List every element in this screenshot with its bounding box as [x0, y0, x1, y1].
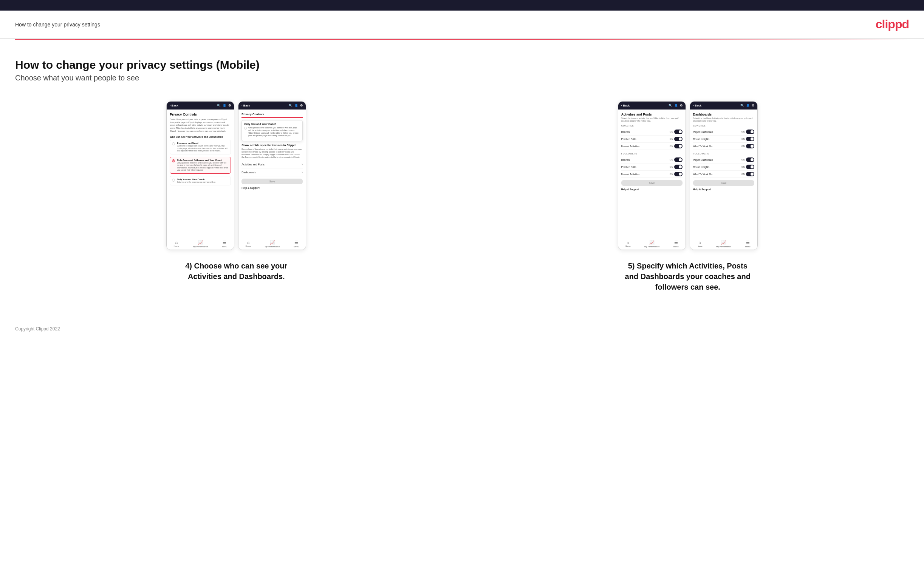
home-icon-4: ⌂ — [698, 240, 701, 245]
show-hide-title: Show or hide specific features in Clippd — [241, 143, 303, 147]
people-icon-3[interactable]: 👤 — [674, 104, 678, 107]
toggle-switch-fm[interactable] — [674, 172, 683, 176]
radio-followers[interactable] — [172, 160, 175, 162]
toggle-followers-drills-switch[interactable]: ON — [670, 164, 683, 169]
menu-icon-1: ☰ — [223, 240, 226, 245]
search-icon-1[interactable]: 🔍 — [217, 104, 221, 107]
phone-4-body: Dashboards Select the dashboards that yo… — [690, 110, 758, 238]
show-hide-desc: Regardless of the privacy controls that … — [241, 148, 303, 159]
footer-performance-3[interactable]: 📈 My Performance — [645, 240, 659, 248]
menu-activities-posts[interactable]: Activities and Posts › — [241, 161, 303, 168]
toggle-coaches-manual-switch[interactable]: ON — [670, 144, 683, 148]
footer-menu-2[interactable]: ☰ Menu — [294, 240, 299, 248]
toggle-coaches-round-insights-switch[interactable]: ON — [741, 137, 754, 141]
radio-option-followers[interactable]: Only Approved Followers and Your Coach O… — [170, 157, 231, 174]
radio-option-everyone[interactable]: Everyone on Clippd Everyone on Clippd ca… — [170, 140, 231, 155]
footer-performance-2[interactable]: 📈 My Performance — [265, 240, 280, 248]
toggle-switch-fpd[interactable] — [746, 158, 754, 162]
settings-icon-3[interactable]: ⚙ — [680, 104, 683, 107]
footer-menu-1[interactable]: ☰ Menu — [222, 240, 227, 248]
toggle-followers-round-insights-switch[interactable]: ON — [741, 164, 754, 169]
footer-menu-3[interactable]: ☰ Menu — [674, 240, 679, 248]
dashboards-desc: Select the dashboards that you'd like to… — [693, 117, 754, 122]
phone-4-header: ‹ Back 🔍 👤 ⚙ — [690, 102, 758, 110]
screenshot-group-2: ‹ Back 🔍 👤 ⚙ Activities and Posts Select… — [467, 101, 909, 292]
menu-icon-3: ☰ — [674, 240, 678, 245]
menu-dashboards[interactable]: Dashboards › — [241, 168, 303, 176]
phone-1-body: Privacy Controls Control how you and you… — [166, 110, 234, 238]
footer-home-4[interactable]: ⌂ Home — [697, 240, 703, 248]
footer-performance-1[interactable]: 📈 My Performance — [193, 240, 208, 248]
toggle-switch-cd[interactable] — [674, 137, 683, 141]
search-icon-4[interactable]: 🔍 — [740, 104, 744, 107]
toggle-switch-cww[interactable] — [746, 144, 754, 148]
caption-group-2: 5) Specify which Activities, Posts and D… — [624, 261, 752, 292]
radio-everyone-text: Everyone on Clippd Everyone on Clippd ca… — [177, 142, 229, 152]
toggle-switch-cri[interactable] — [746, 137, 754, 141]
save-button-4[interactable]: Save — [693, 180, 754, 186]
footer-performance-4[interactable]: 📈 My Performance — [716, 240, 731, 248]
footer-home-3[interactable]: ⌂ Home — [625, 240, 631, 248]
popup-radio[interactable] — [244, 127, 247, 129]
save-button-2[interactable]: Save — [241, 179, 303, 184]
settings-icon-1[interactable]: ⚙ — [228, 104, 231, 107]
people-icon-2[interactable]: 👤 — [294, 104, 298, 107]
chevron-dashboards: › — [302, 170, 303, 174]
toggle-followers-what-work-switch[interactable]: ON — [741, 172, 754, 176]
home-icon-1: ⌂ — [175, 240, 178, 245]
tab-privacy-controls[interactable]: Privacy Controls — [241, 113, 264, 117]
toggle-followers-rounds-switch[interactable]: ON — [670, 158, 683, 162]
home-icon-2: ⌂ — [247, 240, 249, 245]
help-support-2: Help & Support — [241, 187, 303, 189]
performance-icon-2: 📈 — [270, 240, 275, 245]
back-button-4[interactable]: ‹ Back — [693, 104, 702, 107]
people-icon-1[interactable]: 👤 — [223, 104, 226, 107]
people-icon-4[interactable]: 👤 — [746, 104, 750, 107]
toggle-followers-rounds: Rounds ON — [621, 156, 683, 163]
search-icon-2[interactable]: 🔍 — [289, 104, 292, 107]
back-button-2[interactable]: ‹ Back — [241, 104, 250, 107]
footer-home-1[interactable]: ⌂ Home — [173, 240, 179, 248]
search-icon-3[interactable]: 🔍 — [669, 104, 672, 107]
coaches-label-4: COACHES — [693, 125, 754, 127]
toggle-switch-fri[interactable] — [746, 164, 754, 169]
phone-3-footer: ⌂ Home 📈 My Performance ☰ Menu — [618, 238, 685, 250]
radio-coach-only[interactable] — [172, 179, 175, 182]
top-bar — [0, 0, 924, 11]
toggle-followers-manual-switch[interactable]: ON — [670, 172, 683, 176]
main-content: How to change your privacy settings (Mob… — [0, 40, 924, 315]
toggle-switch-fr[interactable] — [674, 158, 683, 162]
phone-3-header: ‹ Back 🔍 👤 ⚙ — [618, 102, 685, 110]
settings-icon-4[interactable]: ⚙ — [752, 104, 754, 107]
privacy-controls-desc: Control how you and your data appears to… — [170, 118, 231, 132]
performance-icon-4: 📈 — [721, 240, 726, 245]
footer-menu-4[interactable]: ☰ Menu — [745, 240, 751, 248]
toggle-switch-cm[interactable] — [674, 144, 683, 148]
toggle-coaches-what-work-switch[interactable]: ON — [741, 144, 754, 148]
radio-option-coach-only[interactable]: Only You and Your Coach Only you and the… — [170, 176, 231, 186]
phone-4-footer: ⌂ Home 📈 My Performance ☰ Menu — [690, 238, 758, 250]
activities-posts-title: Activities and Posts — [621, 113, 683, 116]
toggle-switch-cpd[interactable] — [746, 129, 754, 134]
tab-bar-2: Privacy Controls — [241, 113, 303, 118]
toggle-switch-cr[interactable] — [674, 129, 683, 134]
help-support-3: Help & Support — [621, 188, 683, 191]
toggle-coaches-player-dash-switch[interactable]: ON — [741, 129, 754, 134]
header-title: How to change your privacy settings — [15, 21, 100, 27]
footer-home-2[interactable]: ⌂ Home — [245, 240, 251, 248]
back-button-1[interactable]: ‹ Back — [170, 104, 178, 107]
save-button-3[interactable]: Save — [621, 180, 683, 186]
back-button-3[interactable]: ‹ Back — [621, 104, 630, 107]
page-heading: How to change your privacy settings (Mob… — [15, 58, 909, 71]
phone-4-icons: 🔍 👤 ⚙ — [740, 104, 754, 107]
toggle-coaches-drills-switch[interactable]: ON — [670, 137, 683, 141]
radio-everyone[interactable] — [172, 142, 175, 145]
screenshot-group-1: ‹ Back 🔍 👤 ⚙ Privacy Controls Control ho… — [15, 101, 458, 282]
toggle-switch-fww[interactable] — [746, 172, 754, 176]
toggle-switch-fd[interactable] — [674, 164, 683, 169]
settings-icon-2[interactable]: ⚙ — [300, 104, 303, 107]
menu-icon-2: ☰ — [294, 240, 298, 245]
toggle-coaches-drills: Practice Drills ON — [621, 135, 683, 143]
toggle-followers-player-dash-switch[interactable]: ON — [741, 158, 754, 162]
toggle-coaches-rounds-switch[interactable]: ON — [670, 129, 683, 134]
